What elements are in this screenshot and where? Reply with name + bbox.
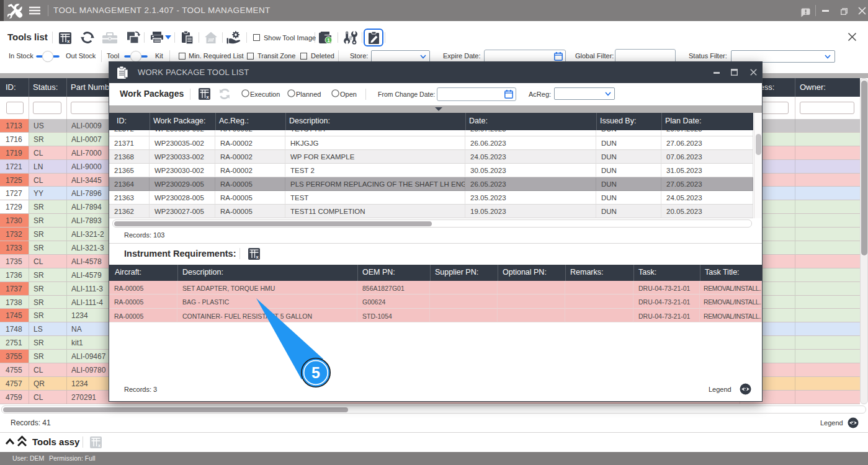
svg-text:x: x [67, 38, 70, 44]
svg-text:x: x [98, 443, 101, 448]
svg-text:1: 1 [327, 37, 330, 43]
